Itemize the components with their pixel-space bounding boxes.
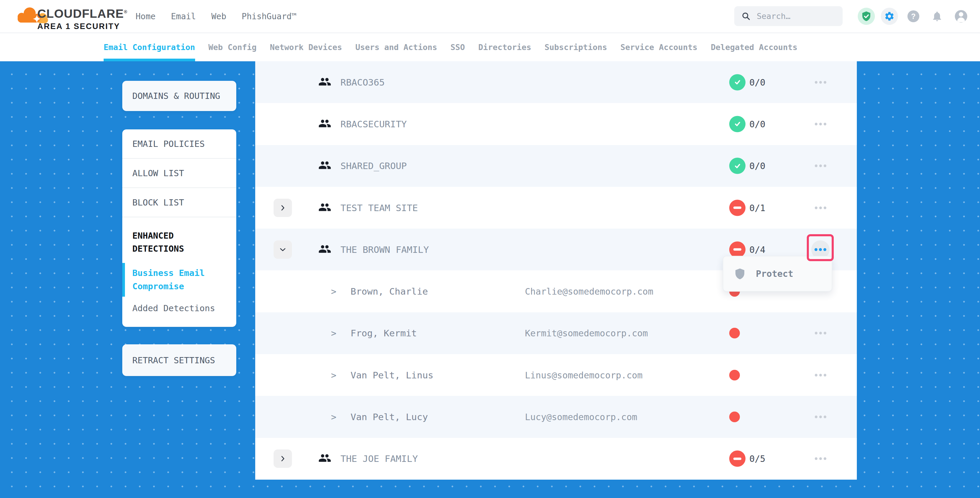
nav-item-home[interactable]: Home (135, 11, 156, 21)
row-menu-button[interactable] (815, 206, 826, 209)
group-icon (318, 75, 331, 89)
row-menu-button[interactable] (815, 81, 826, 83)
group-name: SHARED_GROUP (340, 161, 407, 171)
group-row-test-team-site[interactable]: TEST TEAM SITE0/1 (255, 187, 857, 229)
logo-text: CLOUDFLARE® AREA 1 SECURITY (37, 5, 127, 31)
minus-bar (733, 248, 741, 251)
sidebar-item-block-list[interactable]: BLOCK LIST (122, 188, 236, 217)
main-nav: HomeEmailWebPhishGuard™ (135, 0, 297, 33)
protected-count: 0/1 (749, 202, 765, 213)
logo-title: CLOUDFLARE® (37, 5, 127, 20)
group-icon (318, 117, 331, 131)
group-row-rbaco365[interactable]: RBACO3650/0 (255, 61, 857, 103)
group-row-rbacsecurity[interactable]: RBACSECURITY0/0 (255, 103, 857, 145)
shield-check-icon[interactable] (858, 8, 875, 25)
account-icon[interactable] (955, 10, 967, 22)
collapse-button[interactable] (274, 240, 292, 259)
page: CLOUDFLARE® AREA 1 SECURITY HomeEmailWeb… (0, 0, 980, 498)
search-icon (741, 11, 751, 21)
status-blocked-icon (729, 200, 746, 216)
search-box[interactable] (734, 6, 843, 26)
protected-count: 0/0 (749, 77, 765, 88)
status-ok-icon (729, 116, 746, 132)
expand-button[interactable] (274, 449, 292, 468)
top-bar: CLOUDFLARE® AREA 1 SECURITY HomeEmailWeb… (0, 0, 980, 33)
shield-icon (734, 268, 746, 280)
member-row-frog-kermit[interactable]: >Frog, KermitKermit@somedemocorp.com (255, 312, 857, 354)
member-email: Kermit@somedemocorp.com (525, 328, 648, 339)
member-row-van-pelt-linus[interactable]: >Van Pelt, LinusLinus@somedemocorp.com (255, 354, 857, 396)
member-row-van-pelt-lucy[interactable]: >Van Pelt, LucyLucy@somedemocorp.com (255, 396, 857, 438)
sidebar-label: RETRACT SETTINGS (122, 355, 215, 365)
row-menu-button[interactable] (815, 165, 826, 167)
logo-subtitle: AREA 1 SECURITY (37, 22, 127, 31)
protected-count: 0/4 (749, 244, 765, 255)
registered-mark: ® (124, 9, 127, 14)
status-blocked-icon (729, 241, 746, 258)
protected-count: 0/0 (749, 161, 765, 171)
settings-icon[interactable] (881, 8, 898, 25)
tab-directories[interactable]: Directories (478, 33, 531, 61)
group-row-shared-group[interactable]: SHARED_GROUP0/0 (255, 145, 857, 187)
status-dot (729, 328, 740, 339)
sidebar-policy-items: EMAIL POLICIESALLOW LISTBLOCK LIST (122, 129, 236, 217)
tab-email-configuration[interactable]: Email Configuration (103, 33, 195, 61)
tab-network-devices[interactable]: Network Devices (270, 33, 342, 61)
group-name: THE BROWN FAMILY (340, 244, 429, 255)
member-chevron-icon: > (331, 370, 336, 380)
sidebar-item-domains-routing[interactable]: DOMAINS & ROUTING (122, 81, 236, 111)
tab-service-accounts[interactable]: Service Accounts (620, 33, 698, 61)
nav-item-phishguard[interactable]: PhishGuard™ (242, 11, 296, 21)
nav-item-web[interactable]: Web (212, 11, 226, 21)
sidebar-email-policies-card: EMAIL POLICIESALLOW LISTBLOCK LIST ENHAN… (122, 129, 236, 327)
expand-button[interactable] (274, 199, 292, 217)
group-name: THE JOE FAMILY (340, 453, 418, 464)
sidebar-section-enhanced-detections[interactable]: ENHANCED DETECTIONS Business Email Compr… (122, 217, 236, 313)
group-icon (318, 201, 331, 215)
tab-web-config[interactable]: Web Config (208, 33, 257, 61)
sidebar-item-retract-settings[interactable]: RETRACT SETTINGS (122, 344, 236, 376)
sidebar-label: DOMAINS & ROUTING (122, 91, 220, 101)
sub-nav: Email ConfigurationWeb ConfigNetwork Dev… (0, 33, 980, 61)
member-email: Linus@somedemocorp.com (525, 370, 643, 380)
sidebar-item-email-policies[interactable]: EMAIL POLICIES (122, 129, 236, 159)
tab-sso[interactable]: SSO (450, 33, 465, 61)
row-menu-button[interactable] (815, 123, 826, 125)
help-icon[interactable]: ? (907, 10, 919, 22)
tab-delegated-accounts[interactable]: Delegated Accounts (711, 33, 798, 61)
search-input[interactable] (756, 11, 834, 21)
group-name: RBACSECURITY (340, 119, 407, 129)
status-dot (729, 370, 740, 380)
nav-item-email[interactable]: Email (171, 11, 196, 21)
sidebar-item-business-email-compromise[interactable]: Business Email Compromise (122, 264, 228, 296)
member-name: Brown, Charlie (350, 286, 428, 297)
member-chevron-icon: > (331, 286, 336, 297)
row-menu-button[interactable] (815, 374, 826, 376)
row-menu-button[interactable] (815, 332, 826, 334)
group-icon (318, 159, 331, 173)
notifications-icon[interactable] (931, 10, 943, 23)
status-ok-icon (729, 158, 746, 174)
content-canvas: DOMAINS & ROUTING EMAIL POLICIESALLOW LI… (0, 61, 980, 498)
protected-count: 0/5 (749, 453, 765, 464)
group-name: TEST TEAM SITE (340, 202, 418, 213)
row-menu-button[interactable] (815, 416, 826, 418)
group-row-the-joe-family[interactable]: THE JOE FAMILY0/5 (255, 438, 857, 480)
member-email: Lucy@somedemocorp.com (525, 412, 637, 422)
context-menu: Protect (723, 256, 832, 292)
context-menu-item-protect[interactable]: Protect (756, 269, 793, 279)
group-icon (318, 452, 331, 466)
bec-label: Business Email Compromise (132, 266, 215, 293)
member-name: Frog, Kermit (350, 328, 417, 339)
tab-subscriptions[interactable]: Subscriptions (544, 33, 607, 61)
sidebar-item-added-detections[interactable]: Added Detections (132, 303, 228, 313)
protected-count: 0/0 (749, 119, 765, 129)
group-icon (318, 242, 331, 257)
avatar-head (959, 12, 963, 17)
minus-bar (733, 457, 741, 460)
tab-users-and-actions[interactable]: Users and Actions (355, 33, 437, 61)
row-menu-button[interactable] (815, 457, 826, 460)
sidebar-item-allow-list[interactable]: ALLOW LIST (122, 159, 236, 188)
member-name: Van Pelt, Linus (350, 370, 433, 380)
status-ok-icon (729, 74, 746, 90)
